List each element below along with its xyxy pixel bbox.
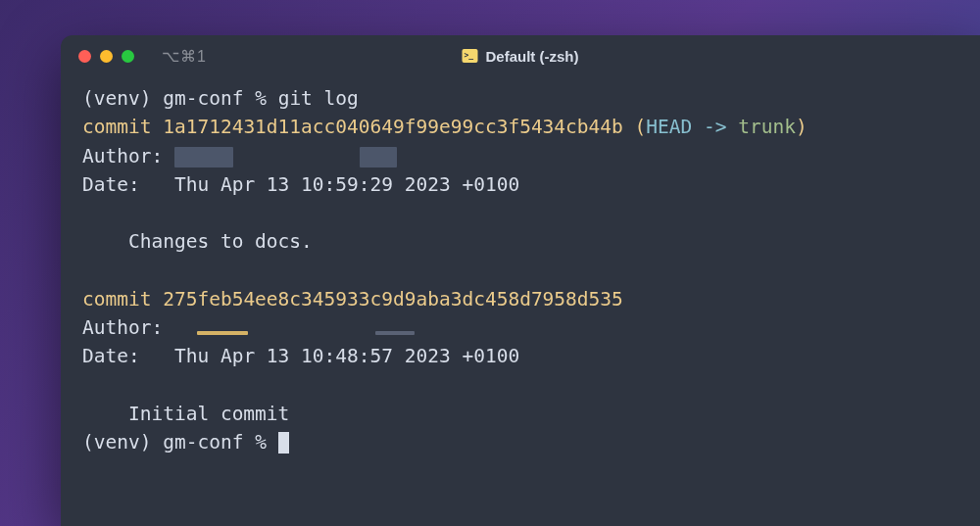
prompt-venv: (venv) (82, 431, 151, 454)
redacted-author (174, 147, 233, 167)
tab-indicator: ⌥⌘1 (162, 47, 207, 66)
terminal-window: ⌥⌘1 Default (-zsh) (venv) gm-conf % git … (61, 35, 980, 526)
branch-name: trunk (738, 116, 796, 138)
command-text: git log (278, 87, 359, 110)
prompt-sep: % (255, 431, 267, 454)
window-title-text: Default (-zsh) (486, 48, 579, 65)
traffic-lights (78, 50, 134, 63)
date-label: Date: (82, 345, 140, 367)
redacted-author (360, 147, 397, 167)
author-label: Author: (82, 145, 163, 167)
commit-label: commit (82, 116, 151, 138)
commit-label: commit (82, 288, 151, 311)
paren: ( (635, 116, 647, 138)
terminal-content[interactable]: (venv) gm-conf % git log commit 1a171243… (61, 76, 980, 526)
date-value: Thu Apr 13 10:59:29 2023 +0100 (174, 173, 519, 196)
prompt-dir: gm-conf (163, 431, 243, 454)
redacted-underline (375, 331, 415, 335)
author-label: Author: (82, 316, 163, 339)
head-ref: HEAD -> (646, 116, 738, 138)
minimize-button[interactable] (100, 50, 113, 63)
maximize-button[interactable] (122, 50, 134, 63)
cursor (278, 432, 289, 454)
paren: ) (796, 116, 808, 138)
commit-message: Changes to docs. (128, 230, 313, 253)
commit-message: Initial commit (128, 403, 289, 425)
date-label: Date: (82, 173, 140, 196)
terminal-icon (463, 49, 478, 63)
prompt-sep: % (255, 87, 267, 110)
date-value: Thu Apr 13 10:48:57 2023 +0100 (174, 345, 519, 367)
titlebar: ⌥⌘1 Default (-zsh) (61, 35, 980, 76)
commit-hash: 1a1712431d11acc040649f99e99cc3f5434cb44b (163, 116, 623, 138)
close-button[interactable] (78, 50, 91, 63)
redacted-underline (197, 331, 248, 335)
prompt-venv: (venv) (82, 87, 151, 110)
window-title: Default (-zsh) (463, 48, 579, 65)
prompt-dir: gm-conf (163, 87, 243, 110)
commit-hash: 275feb54ee8c345933c9d9aba3dc458d7958d535 (163, 288, 623, 311)
